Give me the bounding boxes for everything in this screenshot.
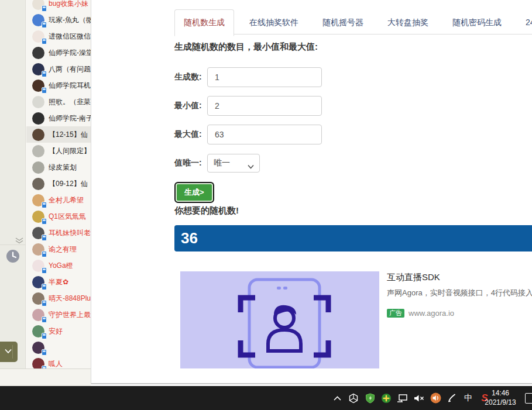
avatar (32, 178, 44, 190)
count-input[interactable] (207, 67, 322, 87)
qq-badge-icon (42, 22, 47, 28)
contact-row[interactable] (26, 339, 91, 356)
avatar (32, 292, 44, 305)
contact-name: 呱人 (49, 359, 63, 369)
qq-badge-icon (42, 349, 47, 356)
contact-row[interactable]: 【09-12】仙 (26, 175, 91, 192)
contact-row[interactable]: 全村儿希望 (26, 192, 91, 208)
browser-tab[interactable]: 大转盘抽奖 (379, 10, 437, 36)
shield-icon[interactable] (364, 392, 376, 404)
contact-row[interactable]: 守护世界上最 (26, 306, 91, 323)
contact-row[interactable]: 照歌。（韭菜 (26, 94, 91, 110)
form-row-unique: 值唯一: 唯一 (174, 154, 260, 173)
contact-row[interactable]: 【人间限定】 (26, 143, 91, 159)
contact-row[interactable]: 仙师学院耳机 (26, 77, 91, 94)
browser-tab[interactable]: 随机数生成 (174, 9, 234, 36)
min-input[interactable] (207, 96, 322, 116)
contact-name: 【人间限定】 (49, 146, 91, 156)
avatar (32, 260, 44, 272)
chevron-down-icon (5, 349, 12, 354)
contact-row[interactable]: 绿皮策划 (26, 159, 91, 175)
taskbar: 中 S 14:46 2021/9/13 (0, 386, 532, 410)
qq-badge-icon (42, 71, 47, 77)
qq-badge-icon (42, 251, 47, 257)
contact-name: 【09-12】仙 (49, 179, 88, 189)
contact-row[interactable]: YoGa橙 (26, 257, 91, 274)
ad-image[interactable] (180, 271, 379, 368)
unique-select[interactable]: 唯一 (207, 154, 260, 173)
contact-row[interactable]: 呱人 (26, 356, 91, 368)
volume-muted-icon[interactable] (413, 392, 425, 404)
ad-badge: 广告 (387, 309, 404, 318)
unique-label: 值唯一: (174, 158, 207, 168)
pen-icon[interactable] (446, 392, 458, 404)
qq-badge-icon (42, 300, 47, 306)
avatar (32, 63, 44, 75)
avatar (32, 96, 44, 108)
ad-title-link[interactable]: 互动直播SDK (387, 272, 440, 283)
max-input[interactable] (207, 125, 322, 144)
form-row-max: 最大值: (174, 125, 322, 144)
ime-icon[interactable]: 中 (462, 392, 474, 404)
contact-name: 绿皮策划 (49, 163, 77, 173)
network-icon[interactable] (397, 392, 409, 404)
browser-tab[interactable]: 24点计算器 (517, 10, 532, 36)
contact-row[interactable]: bug收集小妹 (26, 0, 91, 12)
notification-panel-icon[interactable] (525, 393, 532, 404)
chevron-down-icon (248, 161, 254, 171)
chevron-up-icon[interactable] (331, 392, 343, 404)
avatar (32, 211, 44, 223)
contact-row[interactable]: 晴天-8848Plu (26, 290, 91, 306)
contact-name: YoGa橙 (49, 261, 73, 271)
contact-row[interactable]: 玩家-魚丸（微 (26, 12, 91, 28)
avatar (32, 358, 44, 369)
audio-app-icon[interactable] (430, 392, 441, 404)
contact-name: 玩家-魚丸（微 (49, 15, 91, 25)
contact-row[interactable]: 安好 (26, 323, 91, 339)
contact-list[interactable]: bug收集小妹 玩家-魚丸（微 进微信区微信群 仙师学院-澡堂 八两（有问题 仙… (26, 0, 91, 368)
clock-icon[interactable] (6, 250, 19, 263)
min-label: 最小值: (174, 101, 207, 111)
contact-row[interactable]: 耳机妹快叫老 (26, 225, 91, 241)
contact-name: 晴天-8848Plu (49, 294, 91, 304)
avatar (32, 30, 44, 43)
contact-row[interactable]: 进微信区微信群 (26, 28, 91, 44)
contact-list-rows: bug收集小妹 玩家-魚丸（微 进微信区微信群 仙师学院-澡堂 八两（有问题 仙… (26, 0, 91, 368)
contact-row[interactable]: 八两（有问题 (26, 61, 91, 77)
form-row-count: 生成数: (174, 68, 322, 87)
browser-tab[interactable]: 随机密码生成 (444, 10, 510, 36)
avatar (32, 342, 44, 354)
qq-badge-icon (42, 316, 47, 323)
antivirus-plus-icon[interactable] (380, 392, 392, 404)
avatar (32, 145, 44, 157)
contact-name: 仙师学院-南子 (49, 113, 91, 123)
contact-name: 八两（有问题 (49, 64, 91, 74)
contact-row[interactable]: 仙师学院-澡堂 (26, 44, 91, 61)
ad-body: 声网Agora，实时音视频接口，4行代码接入。每 (387, 288, 532, 298)
avatar (32, 80, 44, 92)
qq-badge-icon (42, 284, 47, 290)
taskbar-clock[interactable]: 14:46 2021/9/13 (480, 388, 521, 407)
avatar (32, 325, 44, 337)
contact-row[interactable]: 仙师学院-南子 (26, 110, 91, 126)
contact-name: 照歌。（韭菜 (49, 97, 91, 107)
contact-row[interactable]: Q1区気氚氚 (26, 208, 91, 225)
generate-button[interactable]: 生成> (174, 182, 214, 203)
ad-url[interactable]: www.agora.io (409, 309, 454, 318)
avatar (32, 0, 44, 10)
tab-bar: 随机数生成在线抽奖软件随机摇号器大转盘抽奖随机密码生成24点计算器 (174, 9, 532, 36)
avatar (32, 309, 44, 321)
browser-tab[interactable]: 随机摇号器 (314, 10, 372, 36)
contact-row[interactable]: 谕之有理 (26, 241, 91, 257)
avatar (32, 243, 44, 256)
contact-row[interactable]: 半夏✿ (26, 274, 91, 290)
contact-row[interactable]: 【12-15】仙 (26, 126, 91, 143)
system-tray: 中 S (331, 386, 490, 410)
qq-badge-icon (42, 38, 47, 44)
qq-badge-icon (42, 5, 47, 12)
browser-tab[interactable]: 在线抽奖软件 (241, 10, 307, 36)
unity-icon[interactable] (348, 392, 359, 404)
contact-name: bug收集小妹 (49, 0, 88, 9)
avatar (32, 47, 44, 59)
expand-panel-button[interactable] (0, 342, 18, 362)
